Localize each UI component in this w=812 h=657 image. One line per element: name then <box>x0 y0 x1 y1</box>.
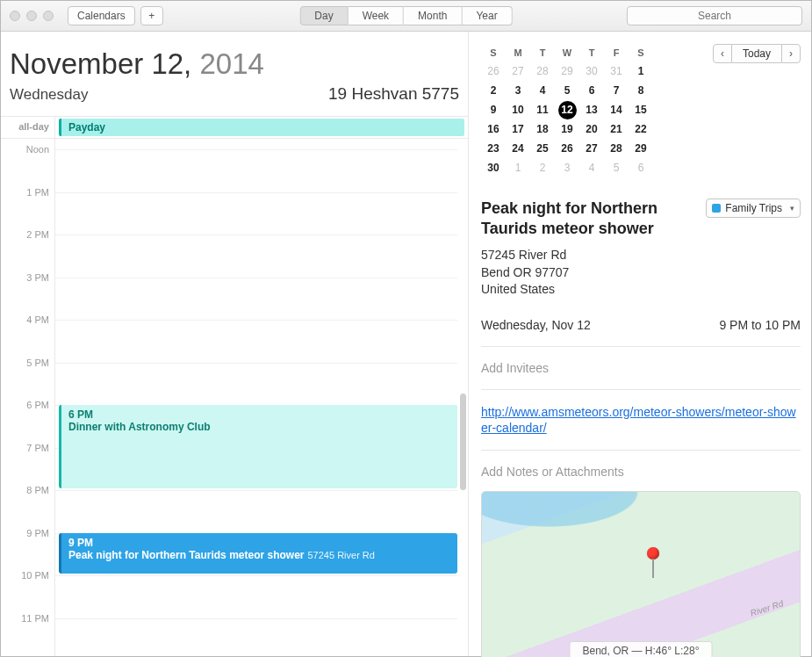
event-url-link[interactable]: http://www.amsmeteors.org/meteor-showers… <box>481 405 796 435</box>
minical-day[interactable]: 23 <box>481 139 506 158</box>
minical-day[interactable]: 1 <box>506 158 530 177</box>
event-location-label: 57245 River Rd <box>305 550 375 560</box>
view-segmented-control: Day Week Month Year <box>299 6 512 25</box>
scrollbar-thumb[interactable] <box>460 393 466 490</box>
minical-dow: T <box>579 44 604 61</box>
add-notes-field[interactable]: Add Notes or Attachments <box>481 465 801 479</box>
prev-button[interactable]: ‹ <box>713 44 732 63</box>
minical-day[interactable]: 26 <box>481 61 506 81</box>
today-button[interactable]: Today <box>732 44 781 63</box>
zoom-icon[interactable] <box>43 11 54 21</box>
event-title[interactable]: Peak night for Northern Taurids meteor s… <box>481 199 697 238</box>
minical-day[interactable]: 13 <box>579 100 604 119</box>
minical-day[interactable]: 19 <box>555 119 579 139</box>
minical-day[interactable]: 27 <box>506 61 530 81</box>
close-icon[interactable] <box>10 11 20 21</box>
minical-day[interactable]: 5 <box>604 158 629 177</box>
search-input[interactable] <box>627 6 802 25</box>
minical-day[interactable]: 3 <box>506 81 530 100</box>
hours-grid[interactable]: Noon1 PM2 PM3 PM4 PM5 PM6 PM7 PM8 PM9 PM… <box>1 139 468 656</box>
view-month[interactable]: Month <box>404 6 462 25</box>
minical-day[interactable]: 14 <box>604 100 629 119</box>
event-time[interactable]: 9 PM to 10 PM <box>719 318 801 332</box>
minical-day[interactable]: 7 <box>604 81 629 100</box>
calendar-dropdown[interactable]: Family Trips ▾ <box>706 199 801 218</box>
calendar-event[interactable]: 6 PMDinner with Astronomy Club <box>59 405 457 488</box>
minical-day[interactable]: 26 <box>555 139 579 158</box>
map-caption: Bend, OR — H:46° L:28° <box>570 641 713 657</box>
alt-calendar-date: 19 Heshvan 5775 <box>328 84 459 104</box>
view-year[interactable]: Year <box>462 6 512 25</box>
minical-day[interactable]: 29 <box>629 139 653 158</box>
minical-day[interactable]: 6 <box>629 158 653 177</box>
hour-label: 6 PM <box>26 400 49 410</box>
event-address[interactable]: 57245 River Rd Bend OR 97707 United Stat… <box>481 247 801 299</box>
minical-day[interactable]: 17 <box>506 119 530 139</box>
event-url-field[interactable]: http://www.amsmeteors.org/meteor-showers… <box>481 404 801 436</box>
chevron-down-icon: ▾ <box>790 204 794 213</box>
hour-label: 1 PM <box>26 187 49 198</box>
hour-line <box>55 363 457 364</box>
minical-day[interactable]: 6 <box>579 81 604 100</box>
minical-day[interactable]: 8 <box>629 81 653 100</box>
day-view: November 12, 2014 Wednesday 19 Heshvan 5… <box>1 32 469 656</box>
minical-day[interactable]: 12 <box>555 100 579 119</box>
all-day-event[interactable]: Payday <box>59 119 464 136</box>
minical-day[interactable]: 28 <box>530 61 555 81</box>
minical-day[interactable]: 18 <box>530 119 555 139</box>
calendar-name: Family Trips <box>725 202 782 214</box>
minical-day[interactable]: 22 <box>629 119 653 139</box>
date-year: 2014 <box>199 47 263 80</box>
minical-day[interactable]: 2 <box>530 158 555 177</box>
minical-day[interactable]: 5 <box>555 81 579 100</box>
hour-label: 5 PM <box>26 357 49 368</box>
event-detail: Peak night for Northern Taurids meteor s… <box>481 199 801 657</box>
add-invitees-field[interactable]: Add Invitees <box>481 361 801 375</box>
divider <box>481 346 801 347</box>
minical-day[interactable]: 29 <box>555 61 579 81</box>
hour-label: 11 PM <box>21 613 49 624</box>
event-date[interactable]: Wednesday, Nov 12 <box>481 318 591 332</box>
event-map[interactable]: River Rd Bend, OR — H:46° L:28° <box>481 491 801 657</box>
address-line-3: United States <box>481 281 801 299</box>
minical-day[interactable]: 1 <box>629 61 653 81</box>
minical-day[interactable]: 2 <box>481 81 506 100</box>
minical-day[interactable]: 3 <box>555 158 579 177</box>
hour-label: 2 PM <box>26 229 49 240</box>
minical-day[interactable]: 30 <box>481 158 506 177</box>
minical-day[interactable]: 28 <box>604 139 629 158</box>
minical-day[interactable]: 21 <box>604 119 629 139</box>
hour-label: 10 PM <box>21 570 49 581</box>
minical-day[interactable]: 9 <box>481 100 506 119</box>
event-title-label: Peak night for Northern Taurids meteor s… <box>68 549 305 561</box>
minical-day[interactable]: 20 <box>579 119 604 139</box>
event-time-label: 6 PM <box>68 408 450 421</box>
minical-day[interactable]: 10 <box>506 100 530 119</box>
view-day[interactable]: Day <box>299 6 348 25</box>
minical-day[interactable]: 4 <box>579 158 604 177</box>
minical-day[interactable]: 15 <box>629 100 653 119</box>
hour-line <box>55 320 457 321</box>
calendar-event[interactable]: 9 PMPeak night for Northern Taurids mete… <box>59 533 457 574</box>
minical-day[interactable]: 11 <box>530 100 555 119</box>
minical-day[interactable]: 24 <box>506 139 530 158</box>
date-month-day: November 12, <box>10 47 191 80</box>
map-pin-icon <box>647 547 659 578</box>
minical-dow: M <box>506 44 530 61</box>
minical-day[interactable]: 25 <box>530 139 555 158</box>
minical-day[interactable]: 4 <box>530 81 555 100</box>
view-week[interactable]: Week <box>349 6 404 25</box>
minimize-icon[interactable] <box>26 11 37 21</box>
minical-day[interactable]: 31 <box>604 61 629 81</box>
today-nav: ‹ Today › <box>713 44 801 63</box>
hour-line <box>55 490 457 491</box>
minical-day[interactable]: 16 <box>481 119 506 139</box>
mini-calendar[interactable]: SMTWTFS262728293031123456789101112131415… <box>481 44 653 177</box>
calendars-button[interactable]: Calendars <box>68 6 135 25</box>
add-event-button[interactable]: + <box>140 6 163 25</box>
address-line-2: Bend OR 97707 <box>481 264 801 282</box>
minical-day[interactable]: 27 <box>579 139 604 158</box>
minical-day[interactable]: 30 <box>579 61 604 81</box>
next-button[interactable]: › <box>781 44 801 63</box>
map-water <box>482 492 704 552</box>
